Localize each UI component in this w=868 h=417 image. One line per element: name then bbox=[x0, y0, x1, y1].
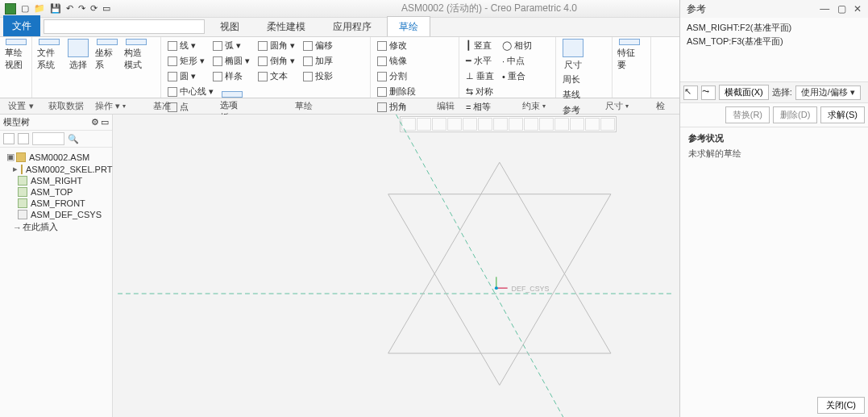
dimension-button[interactable]: 尺寸 bbox=[561, 39, 585, 71]
tree-tool-1[interactable] bbox=[3, 133, 15, 144]
grp-sketch: 线 ▾ 矩形 ▾ 圆 ▾ 弧 ▾ 椭圆 ▾ 样条 圆角 ▾ 倒角 ▾ 文本 偏移… bbox=[161, 37, 371, 98]
midpoint-button[interactable]: · 中点 bbox=[500, 54, 534, 68]
tree-filter-input[interactable] bbox=[32, 132, 64, 145]
select-button[interactable]: 选择 bbox=[66, 39, 90, 71]
solve-button[interactable]: 求解(S) bbox=[820, 106, 865, 123]
svg-line-1 bbox=[397, 115, 563, 417]
references-panel: ASM_RIGHT:F2(基准平面) ASM_TOP:F3(基准平面) ↖ ⤳ … bbox=[679, 18, 868, 417]
close-icon[interactable]: ✕ bbox=[853, 3, 862, 15]
csys-button[interactable]: 坐标系 bbox=[95, 39, 119, 71]
delseg-button[interactable]: 删除段 bbox=[376, 85, 444, 98]
modify-button[interactable]: 修改 bbox=[376, 39, 409, 52]
replace-button[interactable]: 替换(R) bbox=[725, 106, 770, 123]
tree-node-csys[interactable]: ASM_DEF_CSYS bbox=[3, 209, 109, 220]
perp-button[interactable]: ⊥ 垂直 bbox=[464, 69, 496, 83]
rect-button[interactable]: 矩形 ▾ bbox=[166, 54, 206, 68]
arc-button[interactable]: 弧 ▾ bbox=[211, 39, 251, 52]
tree-toolbar: 🔍 bbox=[0, 131, 112, 148]
delete-button[interactable]: 删除(D) bbox=[773, 106, 817, 123]
sketch-view-button[interactable]: 草绘视图 bbox=[5, 39, 27, 71]
reference-select-bar: ↖ ⤳ 横截面(X) 选择: 使用边/偏移 ▾ bbox=[680, 82, 868, 103]
lbl-constraint[interactable]: 约束 bbox=[522, 100, 546, 112]
grp-constraint: ┃ 竖直 ━ 水平 ⊥ 垂直 ◯ 相切 · 中点 • 重合 ⇆ 对称 = 相等 … bbox=[459, 37, 556, 98]
offset-button[interactable]: 偏移 bbox=[301, 39, 334, 52]
symmetric-button[interactable]: ⇆ 对称 bbox=[464, 85, 495, 98]
tab-app[interactable]: 应用程序 bbox=[321, 16, 384, 36]
baseline-button[interactable]: 基线 bbox=[561, 88, 582, 102]
lbl-settings[interactable]: 设置 ▾ bbox=[5, 100, 37, 112]
mirror-button[interactable]: 镜像 bbox=[376, 54, 409, 68]
tab-file[interactable]: 文件 bbox=[3, 15, 40, 36]
perimeter-button[interactable]: 周长 bbox=[561, 73, 582, 86]
minimize-icon[interactable]: — bbox=[820, 3, 829, 15]
qat-regen-icon[interactable]: ⟳ bbox=[90, 3, 98, 14]
qat-save-icon[interactable]: 💾 bbox=[50, 3, 61, 14]
equal-button[interactable]: = 相等 bbox=[464, 100, 495, 114]
svg-text:DEF_CSYS: DEF_CSYS bbox=[512, 285, 550, 293]
fillet-button[interactable]: 圆角 ▾ bbox=[256, 39, 297, 52]
ellipse-button[interactable]: 椭圆 ▾ bbox=[211, 54, 251, 68]
qat-new-icon[interactable]: ▢ bbox=[21, 3, 29, 14]
qat-redo-icon[interactable]: ↷ bbox=[78, 3, 85, 14]
tree-root[interactable]: ▣ASM0002.ASM bbox=[3, 151, 109, 163]
tree-search-icon[interactable]: 🔍 bbox=[68, 134, 79, 144]
right-panel-title: 参考 bbox=[687, 2, 706, 16]
qat-open-icon[interactable]: 📁 bbox=[34, 3, 45, 14]
tree-config-icon[interactable]: ⚙ bbox=[91, 117, 99, 127]
project-button[interactable]: 投影 bbox=[301, 69, 334, 83]
ref-item-1[interactable]: ASM_RIGHT:F2(基准平面) bbox=[687, 21, 862, 35]
panel-close-row: 关闭(C) bbox=[680, 394, 868, 417]
model-tree-panel: 模型树 ⚙ ▭ 🔍 ▣ASM0002.ASM ▸ASM0002_SKEL.PRT… bbox=[0, 115, 113, 417]
lbl-sketch: 草绘 bbox=[295, 100, 313, 112]
lbl-edit: 编辑 bbox=[437, 100, 455, 112]
text-button[interactable]: 文本 bbox=[256, 69, 297, 83]
tree-node-skel[interactable]: ▸ASM0002_SKEL.PRT bbox=[3, 163, 109, 175]
lbl-getdata[interactable]: 获取数据 bbox=[48, 100, 84, 112]
line-button[interactable]: 线 ▾ bbox=[166, 39, 206, 52]
svg-point-6 bbox=[495, 286, 498, 290]
coincident-button[interactable]: • 重合 bbox=[500, 69, 534, 83]
filesystem-button[interactable]: 文件系统 bbox=[37, 39, 61, 71]
tree-tool-2[interactable] bbox=[18, 133, 29, 144]
pick-chain-icon[interactable]: ⤳ bbox=[701, 85, 716, 100]
lbl-dim[interactable]: 尺寸 bbox=[605, 100, 629, 112]
corner-button[interactable]: 拐角 bbox=[376, 100, 444, 114]
lbl-ops[interactable]: 操作 ▾ bbox=[95, 100, 126, 112]
qat-undo-icon[interactable]: ↶ bbox=[66, 3, 73, 14]
grp-dimension: 尺寸 周长 基线 参考 bbox=[556, 37, 613, 98]
centerline-button[interactable]: 中心线 ▾ bbox=[166, 85, 215, 98]
reference-list[interactable]: ASM_RIGHT:F2(基准平面) ASM_TOP:F3(基准平面) bbox=[680, 18, 868, 82]
tree-tab-model[interactable]: 模型树 bbox=[3, 116, 89, 128]
tangent-button[interactable]: ◯ 相切 bbox=[500, 39, 534, 52]
select-label: 选择: bbox=[772, 86, 792, 98]
grp-settings: 草绘视图 bbox=[0, 37, 32, 98]
horizontal-button[interactable]: ━ 水平 bbox=[464, 54, 496, 68]
point-button[interactable]: 点 bbox=[166, 100, 215, 114]
vertical-button[interactable]: ┃ 竖直 bbox=[464, 39, 496, 52]
circle-button[interactable]: 圆 ▾ bbox=[166, 69, 206, 83]
split-button[interactable]: 分割 bbox=[376, 69, 409, 83]
tab-sketch[interactable]: 草绘 bbox=[387, 16, 430, 36]
chamfer-button[interactable]: 倒角 ▾ bbox=[256, 54, 297, 68]
main-area: 模型树 ⚙ ▭ 🔍 ▣ASM0002.ASM ▸ASM0002_SKEL.PRT… bbox=[0, 115, 679, 417]
spline-button[interactable]: 样条 bbox=[211, 69, 251, 83]
tab-view[interactable]: 视图 bbox=[208, 16, 251, 36]
thicken-button[interactable]: 加厚 bbox=[301, 54, 334, 68]
qat-windows-icon[interactable]: ▭ bbox=[102, 3, 110, 14]
maximize-icon[interactable]: ▢ bbox=[837, 3, 846, 15]
construct-button[interactable]: 构造模式 bbox=[124, 39, 148, 71]
tree-node-right[interactable]: ASM_RIGHT bbox=[3, 175, 109, 186]
select-mode-dropdown[interactable]: 使用边/偏移 ▾ bbox=[795, 85, 861, 100]
pick-arrow-icon[interactable]: ↖ bbox=[683, 85, 698, 100]
tab-flex[interactable]: 柔性建模 bbox=[255, 16, 318, 36]
cross-section-button[interactable]: 横截面(X) bbox=[719, 85, 769, 100]
command-search-input[interactable] bbox=[44, 19, 205, 34]
tree-node-front[interactable]: ASM_FRONT bbox=[3, 198, 109, 209]
close-button[interactable]: 关闭(C) bbox=[817, 397, 865, 414]
tree-node-insert[interactable]: →在此插入 bbox=[3, 220, 109, 234]
tree-node-top[interactable]: ASM_TOP bbox=[3, 186, 109, 198]
ref-item-2[interactable]: ASM_TOP:F3(基准平面) bbox=[687, 35, 862, 48]
graphics-canvas[interactable]: DEF_CSYS bbox=[113, 115, 679, 417]
feature-req-button[interactable]: 特征要 bbox=[617, 39, 642, 71]
tree-collapse-icon[interactable]: ▭ bbox=[101, 117, 109, 127]
